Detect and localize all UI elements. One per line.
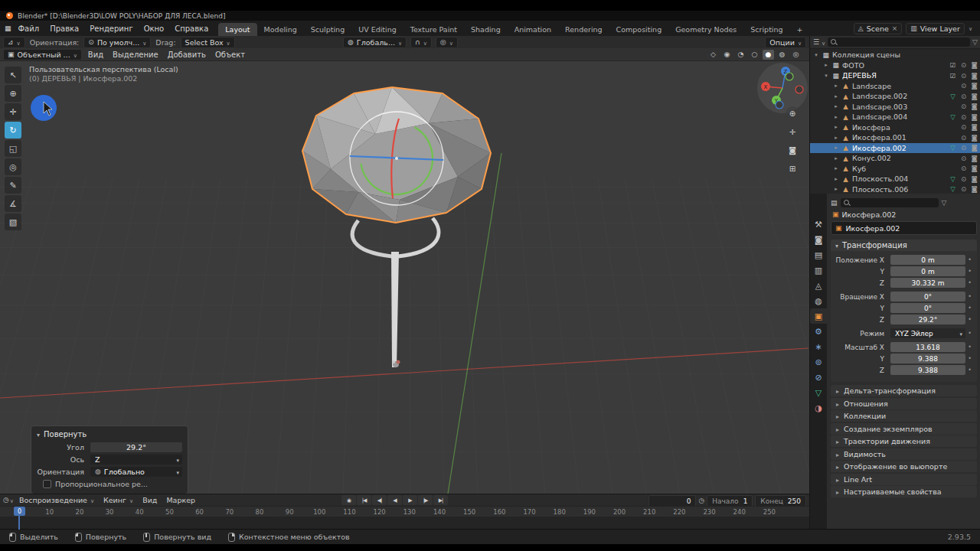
- outliner-row[interactable]: ▸ ▲ Куб ⊙ ◙: [810, 164, 980, 174]
- axis-x-neg-handle[interactable]: [795, 86, 803, 93]
- editor-outliner-icon[interactable]: ☰: [813, 39, 819, 46]
- expand-icon[interactable]: ▸: [833, 186, 839, 192]
- hide-render-toggle[interactable]: ◙: [970, 123, 978, 131]
- value-field[interactable]: 13.618: [890, 342, 965, 352]
- frame-end-field[interactable]: Конец 250: [755, 495, 806, 507]
- outliner-row[interactable]: ▸ ▦ ФОТО ☑ ⊙ ◙: [810, 60, 980, 71]
- frame-start-field[interactable]: Начало 1: [707, 495, 753, 507]
- hide-viewport-toggle[interactable]: ⊙: [959, 123, 968, 131]
- viewport-header-button[interactable]: ◍: [776, 50, 788, 60]
- collection-checkbox[interactable]: ☑: [949, 72, 957, 80]
- key-prev-icon[interactable]: ◀|: [372, 495, 387, 505]
- proportional-edit-toggle[interactable]: ◎: [436, 37, 458, 48]
- panel-section-header[interactable]: Дельта-трансформация: [831, 385, 977, 396]
- animate-decorator[interactable]: [965, 256, 974, 263]
- collection-checkbox[interactable]: ☑: [949, 61, 957, 69]
- expand-icon[interactable]: ▸: [833, 155, 839, 161]
- value-field[interactable]: XYZ Эйлер: [890, 328, 965, 338]
- tool-button[interactable]: ▧: [5, 214, 21, 230]
- hide-render-toggle[interactable]: ◙: [970, 185, 978, 193]
- hide-viewport-toggle[interactable]: ⊙: [959, 72, 968, 80]
- workspace-tab[interactable]: Rendering: [558, 23, 609, 36]
- animate-decorator[interactable]: [965, 316, 974, 323]
- properties-tab[interactable]: ▣: [810, 308, 827, 324]
- viewport-header-button[interactable]: ◎: [790, 50, 802, 60]
- workspace-tab[interactable]: UV Editing: [351, 23, 403, 36]
- properties-tab[interactable]: ▥: [810, 262, 827, 278]
- transform-panel-header[interactable]: Трансформация: [831, 240, 977, 251]
- filter-dropdown-icon[interactable]: [969, 25, 972, 32]
- hide-render-toggle[interactable]: ◙: [970, 155, 978, 162]
- value-field[interactable]: 0 m: [890, 266, 965, 276]
- current-frame-field[interactable]: 0: [648, 495, 696, 507]
- jump-end-icon[interactable]: ▶|: [433, 495, 448, 505]
- filter-funnel-icon[interactable]: ▽: [972, 39, 978, 46]
- value-field[interactable]: 0°: [890, 303, 965, 313]
- workspace-tab[interactable]: Geometry Nodes: [668, 23, 743, 36]
- navigation-gizmo[interactable]: X Y Z: [757, 63, 808, 113]
- snap-toggle[interactable]: ∩: [410, 37, 432, 48]
- timeline-menu[interactable]: Вид: [138, 496, 162, 504]
- editor-type-button[interactable]: ⊿: [3, 37, 25, 48]
- value-field[interactable]: 0°: [890, 292, 965, 302]
- viewport-menu[interactable]: Объект: [211, 51, 250, 59]
- checkbox[interactable]: [43, 480, 51, 488]
- scene-selector[interactable]: ◬ Scene ×: [854, 23, 902, 34]
- menubar-menu[interactable]: Файл: [13, 24, 45, 33]
- viewport-3d[interactable]: ▣ Объектный ... ВидВыделениеДобавитьОбъе…: [0, 48, 809, 494]
- workspace-tab[interactable]: Compositing: [609, 23, 669, 36]
- hide-render-toggle[interactable]: ◙: [970, 144, 978, 152]
- filter-funnel-icon[interactable]: ▽: [942, 200, 947, 207]
- tool-button[interactable]: ↻: [5, 122, 21, 139]
- panel-section-header[interactable]: Line Art: [831, 474, 977, 485]
- viewport-menu[interactable]: Добавить: [163, 51, 211, 59]
- outliner-row[interactable]: ▸ ▲ Икосфера.001 ⊙ ◙: [810, 132, 980, 143]
- mode-dropdown[interactable]: ▣ Объектный ...: [3, 49, 82, 60]
- properties-tab[interactable]: ⚙: [810, 324, 827, 339]
- hide-viewport-toggle[interactable]: ⊙: [959, 82, 968, 90]
- panel-section-header[interactable]: Траектории движения: [831, 435, 977, 447]
- clock-icon[interactable]: ◷: [698, 497, 704, 504]
- animate-decorator[interactable]: [965, 344, 974, 350]
- outliner-row[interactable]: ▸ ▲ Landscape.004 ▽ ⊙ ◙: [810, 112, 980, 122]
- hide-render-toggle[interactable]: ◙: [970, 93, 978, 100]
- hide-viewport-toggle[interactable]: ⊙: [959, 165, 968, 172]
- tool-button[interactable]: ◎: [5, 158, 21, 175]
- animate-decorator[interactable]: [965, 293, 974, 300]
- animate-decorator[interactable]: [965, 279, 974, 286]
- view-layer-selector[interactable]: ▥ View Layer: [906, 23, 965, 34]
- hide-render-toggle[interactable]: ◙: [970, 61, 978, 69]
- outliner-row[interactable]: ▸ ▲ Икосфера ⊙ ◙: [810, 122, 980, 133]
- proportional-checkbox[interactable]: Пропорциональное ре...: [37, 480, 182, 488]
- animate-decorator[interactable]: [965, 355, 974, 362]
- expand-icon[interactable]: ▸: [833, 83, 839, 89]
- expand-icon[interactable]: ▸: [833, 103, 839, 109]
- tool-button[interactable]: ✎: [5, 177, 21, 194]
- properties-tab[interactable]: ◬: [810, 278, 827, 293]
- panel-section-header[interactable]: Создание экземпляров: [831, 423, 977, 435]
- hide-viewport-toggle[interactable]: ⊙: [959, 175, 968, 183]
- hide-render-toggle[interactable]: ◙: [970, 134, 978, 142]
- menubar-menu[interactable]: Правка: [44, 24, 84, 33]
- workspace-tab[interactable]: Shading: [464, 23, 508, 36]
- timeline-ruler[interactable]: 0102030405060708090100110120130140150160…: [0, 506, 809, 517]
- outliner-row[interactable]: ▾ ▦ Коллекция сцены: [810, 50, 980, 60]
- timeline-menu[interactable]: Воспроизведение: [15, 496, 99, 504]
- expand-icon[interactable]: ▾: [823, 73, 829, 79]
- animate-decorator[interactable]: [965, 305, 974, 311]
- outliner-row[interactable]: ▸ ▲ Плоскость.006 ▽ ⊙ ◙: [810, 184, 980, 194]
- expand-icon[interactable]: ▸: [823, 62, 829, 68]
- outliner-row[interactable]: ▾ ▦ ДЕРЕВЬЯ ☑ ⊙ ◙: [810, 70, 980, 81]
- operator-field[interactable]: ◍ Глобально: [90, 467, 182, 477]
- expand-icon[interactable]: ▸: [833, 135, 839, 141]
- value-field[interactable]: 30.332 m: [890, 278, 965, 288]
- viewport-side-button[interactable]: ⊞: [786, 161, 799, 175]
- animate-decorator[interactable]: [965, 268, 974, 275]
- properties-search-input[interactable]: [841, 198, 939, 207]
- expand-icon[interactable]: ▸: [833, 93, 839, 99]
- menubar-menu[interactable]: Окно: [139, 24, 170, 33]
- object-name-field[interactable]: ▣ Икосфера.002: [831, 221, 977, 235]
- playhead[interactable]: 0: [14, 507, 25, 516]
- hide-render-toggle[interactable]: ◙: [970, 175, 978, 183]
- expand-icon[interactable]: ▸: [833, 165, 839, 171]
